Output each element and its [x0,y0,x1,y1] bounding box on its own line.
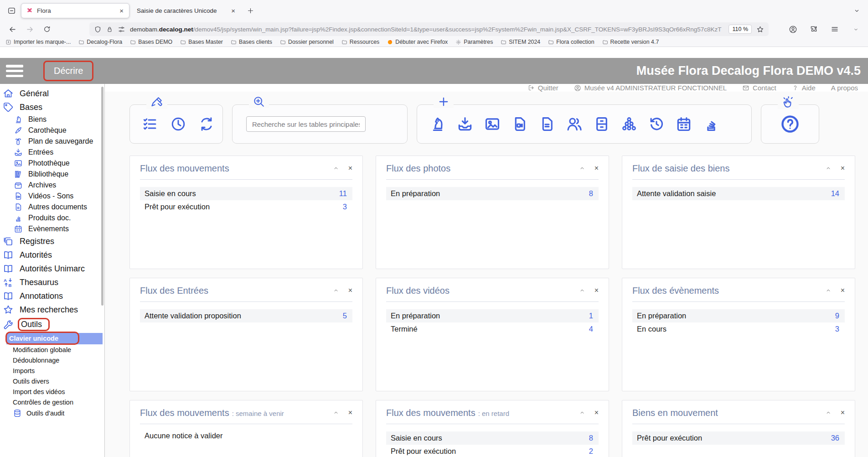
sidebar-item-autorites[interactable]: Autorités [0,248,104,262]
new-tab-button[interactable] [243,4,257,17]
lock-icon[interactable] [106,26,113,33]
close-icon[interactable]: × [594,164,599,172]
bookmark-folder[interactable]: Decalog-Flora [78,39,122,45]
sidebar-item-dedoublonnage[interactable]: Dédoublonnage [0,355,104,366]
close-icon[interactable]: × [348,164,352,172]
stat-row[interactable]: Prêt pour exécution36 [632,431,845,445]
sidebar-item-biens[interactable]: Biens [0,114,104,125]
stat-row[interactable]: En cours3 [632,322,845,336]
sidebar-item-imports[interactable]: Imports [0,366,104,376]
new-entree-inbox-icon[interactable] [456,115,474,133]
contact-link[interactable]: Contact [742,84,776,92]
close-icon[interactable]: × [841,409,845,417]
collapse-chevron-icon[interactable] [333,287,339,294]
collapse-chevron-icon[interactable] [579,287,585,294]
collapse-chevron-icon[interactable] [333,165,339,171]
new-video-file-icon[interactable] [511,115,528,133]
help-link[interactable]: Aide [792,84,816,92]
sidebar-item-phototheque[interactable]: Photothèque [0,158,104,169]
sidebar-item-autorites-unimarc[interactable]: Autorités Unimarc [0,262,104,275]
sidebar-item-archives[interactable]: Archives [0,180,104,191]
account-icon[interactable] [786,22,800,36]
collapse-chevron-icon[interactable] [579,410,585,416]
zoom-level-badge[interactable]: 110 % [728,25,752,34]
tab-unicode[interactable]: Saisie de caractères Unicode × [132,3,241,18]
sidebar-item-carotheque[interactable]: Carothèque [0,125,104,136]
stat-row[interactable]: Saisie en cours8 [386,431,599,445]
sidebar-item-import-videos[interactable]: Import des vidéos [0,387,104,397]
stat-row[interactable]: En préparation9 [632,309,845,322]
stat-row[interactable]: Prêt pour exécution3 [140,200,352,213]
close-icon[interactable]: × [348,286,352,295]
extensions-puzzle-icon[interactable] [807,22,821,36]
overflow-chevron-icon[interactable] [849,22,863,36]
new-document-file-icon[interactable] [538,115,556,133]
sidebar-item-general[interactable]: Général [0,87,104,100]
about-link[interactable]: A propos [831,84,858,92]
sidebar-item-autres-documents[interactable]: Autres documents [0,202,104,213]
collapse-chevron-icon[interactable] [825,410,832,416]
stat-row[interactable]: Attente validation proposition5 [140,309,352,322]
reload-icon[interactable] [40,22,54,36]
sidebar-item-bibliotheque[interactable]: Bibliothèque [0,169,104,180]
list-all-tabs-chevron-icon[interactable] [850,4,863,17]
collapse-chevron-icon[interactable] [333,410,339,416]
refresh-icon[interactable] [198,116,215,132]
sidebar-item-outils[interactable]: Outils [0,317,104,332]
url-bar[interactable]: demobam.decalog.net/demov45/jsp/system/w… [89,22,769,36]
close-icon[interactable]: × [841,286,845,295]
sidebar-item-controles-gestion[interactable]: Contrôles de gestion [0,397,104,408]
new-product-stack-icon[interactable] [703,115,720,133]
new-event-calendar-icon[interactable] [675,115,692,133]
stat-row[interactable]: Attente validation saisie14 [632,187,845,200]
bookmark-folder[interactable]: Dossier personnel [280,39,334,45]
collapse-chevron-icon[interactable] [825,287,832,294]
close-icon[interactable]: × [841,164,845,172]
close-icon[interactable]: × [348,409,352,417]
sidebar-item-modification-globale[interactable]: Modification globale [0,345,104,355]
close-icon[interactable]: × [594,409,599,417]
forward-icon[interactable] [23,22,36,36]
clock-icon[interactable] [170,116,186,132]
collapse-chevron-icon[interactable] [579,165,585,171]
sidebar-item-outils-audit[interactable]: Outils d'audit [0,408,104,419]
new-molecule-icon[interactable] [620,115,638,133]
bookmark-folder[interactable]: Flora collection [548,39,594,45]
new-photo-image-icon[interactable] [484,115,501,133]
sidebar-item-bases[interactable]: Bases [0,100,104,114]
tab-flora[interactable]: Flora × [21,3,129,18]
user-account[interactable]: Musée v4 ADMINISTRATEUR FONCTIONNEL [574,84,727,92]
checklist-icon[interactable] [142,116,158,132]
bookmark-star-icon[interactable] [756,26,764,33]
sidebar-item-mes-recherches[interactable]: Mes recherches [0,303,104,317]
new-cabinet-icon[interactable] [593,115,610,133]
new-bien-knight-icon[interactable] [429,115,446,133]
sidebar-item-evenements[interactable]: Evènements [0,223,104,234]
stat-row[interactable]: En préparation1 [386,309,599,322]
bookmark-firefox[interactable]: Débuter avec Firefox [387,39,448,45]
sidebar-item-outils-divers[interactable]: Outils divers [0,376,104,387]
collapse-chevron-icon[interactable] [825,165,832,171]
bookmark-folder[interactable]: Ressources [341,39,379,45]
menu-hamburger-icon[interactable] [828,22,842,36]
sidebar-item-videos-sons[interactable]: Vidéos - Sons [0,191,104,202]
close-icon[interactable]: × [230,7,236,15]
sidebar-item-plan-sauvegarde[interactable]: Plan de sauvegarde [0,136,104,147]
stat-row[interactable]: Terminé4 [386,322,599,336]
close-icon[interactable]: × [119,7,124,15]
new-people-icon[interactable] [566,115,583,133]
permissions-icon[interactable] [118,26,125,33]
bookmark-folder[interactable]: Bases DEMO [130,39,172,45]
shield-icon[interactable] [94,26,102,33]
bookmark-folder[interactable]: Bases Master [180,39,223,45]
bookmark-folder[interactable]: Bases clients [231,39,272,45]
back-icon[interactable] [5,22,19,36]
help-circle-icon[interactable] [780,114,800,134]
stat-row[interactable]: En préparation8 [386,187,599,200]
sidebar-item-entrees[interactable]: Entrées [0,147,104,158]
sidebar-item-registres[interactable]: Registres [0,234,104,248]
quit-link[interactable]: Quitter [528,84,558,92]
sidebar-item-clavier-unicode[interactable]: Clavier unicode [6,333,103,344]
close-icon[interactable]: × [594,286,599,295]
bookmark-settings[interactable]: Paramètres [455,39,493,45]
